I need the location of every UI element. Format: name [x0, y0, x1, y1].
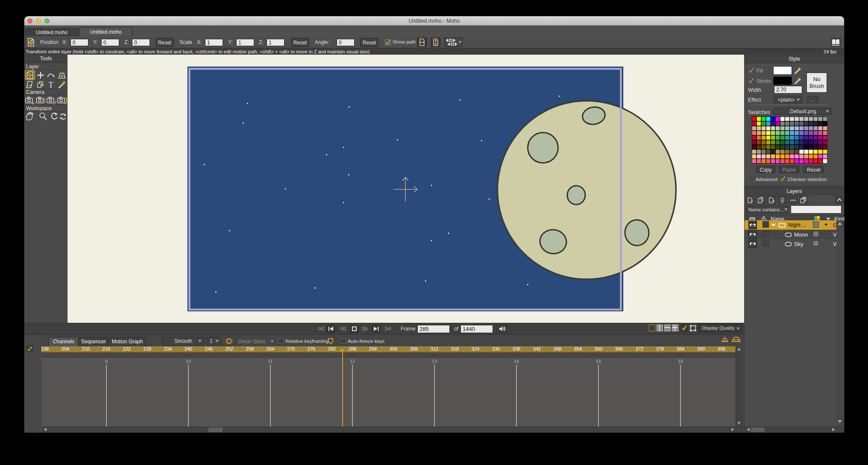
svg-text:384: 384	[677, 346, 684, 351]
svg-text:15: 15	[596, 359, 601, 364]
svg-text:366: 366	[615, 346, 623, 351]
svg-text:9: 9	[105, 359, 108, 364]
svg-text:348: 348	[554, 346, 561, 351]
svg-text:294: 294	[369, 346, 377, 351]
svg-text:354: 354	[574, 346, 582, 351]
svg-text:390: 390	[697, 346, 705, 351]
svg-text:306: 306	[410, 346, 418, 351]
svg-text:258: 258	[246, 346, 254, 351]
svg-text:228: 228	[144, 346, 151, 351]
svg-text:270: 270	[287, 346, 295, 351]
svg-text:288: 288	[349, 346, 356, 351]
svg-text:252: 252	[226, 346, 233, 351]
svg-text:300: 300	[390, 346, 397, 351]
svg-text:264: 264	[267, 346, 274, 351]
svg-text:198: 198	[41, 346, 49, 351]
svg-text:222: 222	[123, 346, 131, 351]
svg-text:360: 360	[595, 346, 602, 351]
svg-text:246: 246	[205, 346, 213, 351]
svg-text:T: T	[48, 80, 53, 89]
svg-text:16: 16	[678, 359, 683, 364]
svg-text:378: 378	[656, 346, 664, 351]
svg-text:396: 396	[718, 346, 725, 351]
svg-text:234: 234	[164, 346, 172, 351]
svg-text:276: 276	[308, 346, 315, 351]
svg-text:318: 318	[451, 346, 459, 351]
svg-text:12: 12	[350, 359, 355, 364]
svg-text:282: 282	[328, 346, 336, 351]
svg-text:324: 324	[472, 346, 479, 351]
svg-text:240: 240	[185, 346, 192, 351]
svg-text:312: 312	[431, 346, 438, 351]
svg-text:204: 204	[62, 346, 69, 351]
svg-text:10: 10	[186, 359, 191, 364]
svg-text:210: 210	[82, 346, 90, 351]
svg-text:342: 342	[533, 346, 541, 351]
svg-text:216: 216	[103, 346, 110, 351]
svg-text:14: 14	[514, 359, 519, 364]
svg-text:372: 372	[636, 346, 643, 351]
svg-text:11: 11	[268, 359, 273, 364]
svg-text:336: 336	[513, 346, 520, 351]
svg-text:330: 330	[492, 346, 500, 351]
svg-text:13: 13	[432, 359, 437, 364]
